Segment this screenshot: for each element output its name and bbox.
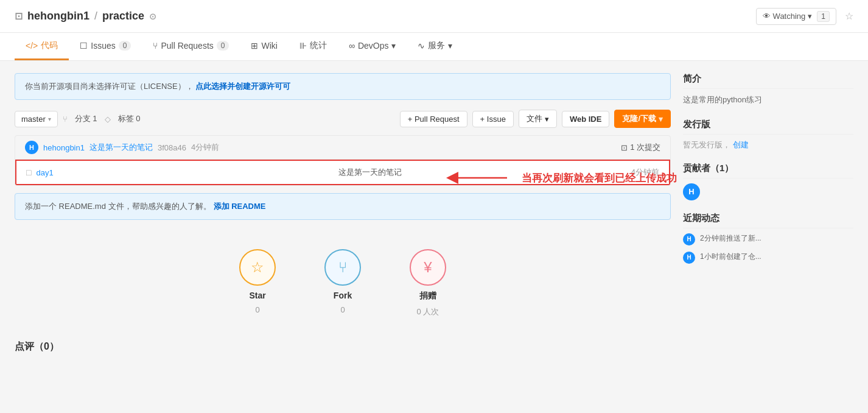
sidebar-intro: 简介 这是常用的python练习	[683, 73, 853, 107]
star-icon-top[interactable]: ☆	[845, 10, 853, 22]
star-count: 0	[255, 305, 259, 314]
folder-icon: □	[26, 168, 31, 177]
stat-star[interactable]: ☆ Star 0	[239, 249, 276, 317]
activity-text-0: 2分钟前推送了新...	[700, 233, 761, 244]
commit-info-row: H hehongbin1 这是第一天的笔记 3f08a46 4分钟前 ⊡ 1 次…	[15, 135, 671, 160]
sidebar-release: 发行版 暂无发行版， 创建	[683, 119, 853, 150]
annotation-text: 当再次刷新就会看到已经上传成功	[522, 171, 677, 185]
tab-services-label: 服务	[428, 40, 445, 51]
sidebar-contrib: 贡献者（1） H	[683, 163, 853, 200]
watching-button[interactable]: 👁 Watching ▾ 1	[756, 8, 836, 25]
stats-icon: ⊪	[299, 41, 307, 51]
donate-label: 捐赠	[419, 291, 436, 302]
annotation: 当再次刷新就会看到已经上传成功	[446, 160, 677, 196]
tab-stats[interactable]: ⊪ 统计	[289, 33, 338, 60]
issues-badge: 0	[119, 41, 131, 51]
commit-message[interactable]: 这是第一天的笔记	[89, 142, 153, 153]
stat-donate[interactable]: ¥ 捐赠 0 人次	[410, 249, 446, 317]
branch-info: ⑂ 分支 1 ◇ 标签 0	[63, 113, 141, 124]
slash: /	[94, 10, 97, 23]
stats-row: ☆ Star 0 ⑂ Fork 0 ¥ 捐赠 0 人次	[15, 237, 671, 330]
activity-avatar-1: H	[683, 252, 695, 264]
pr-badge: 0	[217, 41, 229, 51]
commit-hash: 3f08a46	[158, 143, 186, 152]
commit-count: ⊡ 1 次提交	[621, 142, 660, 153]
license-notice-link[interactable]: 点此选择并创建开源许可可	[195, 82, 290, 91]
sidebar-contrib-title: 贡献者（1）	[683, 163, 853, 178]
wiki-icon: ⊞	[251, 41, 258, 51]
readme-notice: 添加一个 README.md 文件，帮助感兴趣的人了解。 添加 README	[15, 193, 671, 220]
tags-label: 标签 0	[118, 113, 141, 124]
tab-code-label: 代码	[41, 40, 58, 51]
commit-time: 4分钟前	[191, 142, 219, 153]
comment-title: 点评（0）	[15, 336, 671, 358]
eye-icon: 👁	[763, 12, 771, 21]
clone-dropdown-icon: ▾	[659, 115, 663, 124]
comment-section: 点评（0）	[15, 336, 671, 358]
stat-fork[interactable]: ⑂ Fork 0	[324, 249, 361, 317]
repo-name[interactable]: practice	[102, 10, 144, 23]
commit-count-icon: ⊡	[621, 143, 628, 152]
tab-pr-label: Pull Requests	[161, 41, 213, 51]
commit-author[interactable]: hehongbin1	[43, 143, 85, 152]
annotation-wrapper: □ day1 这是第一天的笔记 4分钟前 当再次刷新就会看到已经上传成功	[15, 160, 671, 186]
tab-pullrequests[interactable]: ⑂ Pull Requests 0	[142, 34, 240, 60]
devops-icon: ∞	[349, 41, 355, 51]
red-arrow-svg	[446, 160, 519, 196]
donate-count: 0 人次	[417, 306, 439, 317]
verify-icon: ⊙	[149, 12, 156, 21]
tab-wiki-label: Wiki	[261, 41, 277, 51]
readme-notice-link[interactable]: 添加 README	[214, 201, 266, 212]
activity-text-1: 1小时前创建了仓...	[700, 252, 761, 262]
repo-title: ⊡ hehongbin1 / practice ⊙	[15, 10, 156, 23]
tab-issues[interactable]: ☐ Issues 0	[69, 34, 142, 60]
watching-label: Watching	[773, 12, 806, 21]
sidebar-activity-title: 近期动态	[683, 213, 853, 228]
readme-notice-text: 添加一个 README.md 文件，帮助感兴趣的人了解。	[25, 201, 211, 212]
tab-devops[interactable]: ∞ DevOps ▾	[338, 34, 407, 60]
top-bar: ⊡ hehongbin1 / practice ⊙ 👁 Watching ▾ 1…	[0, 0, 868, 33]
sidebar: 简介 这是常用的python练习 发行版 暂无发行版， 创建 贡献者（1） H …	[683, 73, 853, 358]
sidebar-activity: 近期动态 H 2分钟前推送了新... H 1小时前创建了仓...	[683, 213, 853, 264]
fork-count: 0	[340, 305, 345, 314]
file-button[interactable]: 文件 ▾	[519, 110, 557, 128]
sidebar-release-title: 发行版	[683, 119, 853, 135]
code-icon: </>	[26, 41, 38, 51]
pull-request-button[interactable]: + Pull Request	[400, 111, 467, 127]
sidebar-create-release-link[interactable]: 创建	[733, 140, 749, 149]
tab-issues-label: Issues	[91, 41, 115, 51]
branch-toolbar: master ▾ ⑂ 分支 1 ◇ 标签 0 + Pull Request + …	[15, 110, 671, 128]
tab-code[interactable]: </> 代码	[15, 33, 69, 60]
fork-circle: ⑂	[324, 249, 361, 286]
main-content: 你当前开源项目尚未选择许可证（LICENSE）， 点此选择并创建开源许可可 ma…	[15, 73, 671, 358]
issue-button[interactable]: + Issue	[472, 111, 514, 127]
file-name-day1[interactable]: day1	[36, 168, 109, 177]
branch-name: master	[21, 115, 46, 124]
devops-dropdown-icon: ▾	[391, 41, 396, 51]
commit-author-avatar: H	[25, 141, 38, 154]
activity-avatar-0: H	[683, 233, 695, 245]
activity-item-0: H 2分钟前推送了新...	[683, 233, 853, 245]
web-ide-button[interactable]: Web IDE	[562, 111, 610, 127]
issues-icon: ☐	[80, 41, 88, 51]
tab-devops-label: DevOps	[358, 41, 389, 51]
file-dropdown-icon: ▾	[545, 115, 549, 124]
tab-services[interactable]: ∿ 服务 ▾	[407, 33, 463, 60]
sidebar-intro-title: 简介	[683, 73, 853, 89]
clone-button[interactable]: 克隆/下载 ▾	[614, 110, 671, 128]
services-dropdown-icon: ▾	[448, 41, 452, 51]
star-circle: ☆	[239, 249, 276, 286]
activity-item-1: H 1小时前创建了仓...	[683, 252, 853, 264]
tab-wiki[interactable]: ⊞ Wiki	[240, 34, 288, 60]
branch-dropdown-icon: ▾	[48, 116, 51, 122]
license-notice-text: 你当前开源项目尚未选择许可证（LICENSE），	[25, 82, 194, 91]
nav-tabs: </> 代码 ☐ Issues 0 ⑂ Pull Requests 0 ⊞ Wi…	[0, 33, 868, 61]
fork-label: Fork	[334, 291, 352, 300]
owner-name[interactable]: hehongbin1	[27, 10, 89, 23]
watching-count: 1	[817, 11, 830, 22]
star-label: Star	[249, 291, 265, 300]
main-layout: 你当前开源项目尚未选择许可证（LICENSE）， 点此选择并创建开源许可可 ma…	[0, 61, 868, 370]
branch-select[interactable]: master ▾	[15, 111, 58, 127]
tab-stats-label: 统计	[310, 40, 327, 51]
contrib-avatar[interactable]: H	[683, 183, 700, 200]
